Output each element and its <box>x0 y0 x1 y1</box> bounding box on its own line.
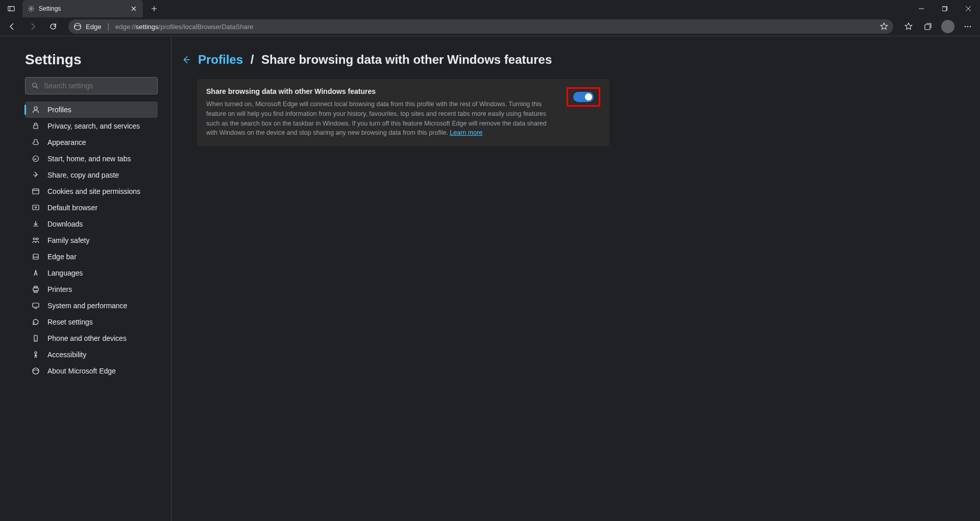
edge-logo-icon <box>74 22 82 31</box>
svg-rect-27 <box>33 303 39 307</box>
sidebar-item-profiles[interactable]: Profiles <box>25 102 158 118</box>
new-tab-button[interactable] <box>146 0 162 17</box>
nav-icon <box>31 285 40 293</box>
sidebar-item-downloads[interactable]: Downloads <box>25 216 158 232</box>
nav-label: Printers <box>47 285 72 293</box>
sidebar-item-phone-and-other-devices[interactable]: Phone and other devices <box>25 330 158 346</box>
nav-icon <box>31 334 40 342</box>
nav-label: Profiles <box>47 106 71 114</box>
nav-label: Privacy, search, and services <box>47 122 140 130</box>
nav-icon <box>31 171 40 179</box>
close-tab-button[interactable] <box>130 5 138 13</box>
nav-label: Family safety <box>47 236 89 244</box>
page-title: Profiles / Share browsing data with othe… <box>198 53 552 67</box>
svg-point-21 <box>36 238 38 240</box>
sidebar-item-accessibility[interactable]: Accessibility <box>25 346 158 363</box>
favorites-button[interactable] <box>899 18 918 35</box>
tab-title: Settings <box>39 5 61 12</box>
svg-point-32 <box>33 368 39 374</box>
nav-icon <box>31 318 40 326</box>
nav-icon <box>31 155 40 163</box>
collections-button[interactable] <box>919 18 937 35</box>
svg-line-12 <box>36 87 38 89</box>
nav-icon <box>31 367 40 375</box>
nav-label: Share, copy and paste <box>47 171 119 179</box>
svg-rect-16 <box>33 189 39 194</box>
breadcrumb: Profiles / Share browsing data with othe… <box>182 53 960 67</box>
sidebar-item-edge-bar[interactable]: Edge bar <box>25 249 158 265</box>
sidebar: Settings ProfilesPrivacy, search, and se… <box>0 36 172 521</box>
share-data-toggle[interactable] <box>573 92 594 102</box>
nav-list: ProfilesPrivacy, search, and servicesApp… <box>25 102 158 379</box>
titlebar: Settings <box>0 0 980 17</box>
sidebar-item-privacy-search-and-services[interactable]: Privacy, search, and services <box>25 118 158 134</box>
toggle-knob <box>585 93 592 101</box>
breadcrumb-current: Share browsing data with other Windows f… <box>261 53 552 66</box>
sidebar-item-system-and-performance[interactable]: System and performance <box>25 297 158 314</box>
nav-icon <box>31 122 40 130</box>
svg-point-19 <box>35 207 37 208</box>
site-identity: Edge <box>86 23 101 31</box>
nav-label: System and performance <box>47 302 127 310</box>
profile-avatar[interactable] <box>941 20 954 33</box>
svg-rect-7 <box>925 24 930 30</box>
sidebar-item-printers[interactable]: Printers <box>25 281 158 297</box>
svg-point-9 <box>967 26 968 27</box>
toggle-highlight <box>567 87 600 107</box>
nav-label: Languages <box>47 269 83 277</box>
address-bar[interactable]: Edge | edge://settings/profiles/localBro… <box>68 19 893 34</box>
nav-label: Edge bar <box>47 253 77 261</box>
breadcrumb-back-button[interactable] <box>182 55 191 64</box>
nav-icon <box>31 220 40 228</box>
nav-label: About Microsoft Edge <box>47 367 116 375</box>
svg-rect-26 <box>34 291 37 292</box>
sidebar-item-reset-settings[interactable]: Reset settings <box>25 314 158 330</box>
maximize-button[interactable] <box>933 0 957 17</box>
sidebar-item-family-safety[interactable]: Family safety <box>25 232 158 249</box>
back-button[interactable] <box>3 18 21 35</box>
sidebar-item-share-copy-and-paste[interactable]: Share, copy and paste <box>25 167 158 183</box>
sidebar-item-default-browser[interactable]: Default browser <box>25 200 158 216</box>
gear-icon <box>28 5 35 12</box>
nav-icon <box>31 236 40 244</box>
content-area: Settings ProfilesPrivacy, search, and se… <box>0 36 980 521</box>
breadcrumb-parent-link[interactable]: Profiles <box>198 53 243 66</box>
nav-label: Appearance <box>47 138 86 146</box>
svg-rect-5 <box>942 7 946 11</box>
url-display: edge://settings/profiles/localBrowserDat… <box>115 23 253 31</box>
nav-label: Phone and other devices <box>47 334 127 342</box>
sidebar-item-appearance[interactable]: Appearance <box>25 134 158 151</box>
nav-icon <box>31 204 40 212</box>
svg-point-20 <box>33 238 35 240</box>
nav-label: Cookies and site permissions <box>47 187 140 195</box>
main-panel: Profiles / Share browsing data with othe… <box>172 36 980 521</box>
card-text: Share browsing data with other Windows f… <box>206 87 556 138</box>
refresh-button[interactable] <box>44 18 62 35</box>
favorites-star-icon[interactable] <box>880 22 888 31</box>
nav-icon <box>31 138 40 146</box>
sidebar-item-about-microsoft-edge[interactable]: About Microsoft Edge <box>25 363 158 379</box>
close-window-button[interactable] <box>957 0 980 17</box>
toolbar: Edge | edge://settings/profiles/localBro… <box>0 17 980 36</box>
svg-point-13 <box>34 107 37 110</box>
search-settings[interactable] <box>25 77 158 94</box>
tab-actions-button[interactable] <box>0 0 22 17</box>
search-input[interactable] <box>44 82 151 90</box>
sidebar-item-start-home-and-new-tabs[interactable]: Start, home, and new tabs <box>25 151 158 167</box>
nav-label: Start, home, and new tabs <box>47 155 131 163</box>
nav-label: Reset settings <box>47 318 93 326</box>
nav-label: Accessibility <box>47 351 86 359</box>
svg-point-2 <box>30 8 32 10</box>
menu-button[interactable] <box>959 18 977 35</box>
learn-more-link[interactable]: Learn more <box>450 129 482 136</box>
minimize-button[interactable] <box>910 0 933 17</box>
card-description: When turned on, Microsoft Edge will conn… <box>206 100 556 138</box>
svg-rect-0 <box>8 7 14 11</box>
browser-tab[interactable]: Settings <box>22 0 143 17</box>
svg-rect-25 <box>34 286 37 288</box>
sidebar-item-languages[interactable]: Languages <box>25 265 158 281</box>
forward-button[interactable] <box>23 18 42 35</box>
sidebar-item-cookies-and-site-permissions[interactable]: Cookies and site permissions <box>25 183 158 200</box>
svg-rect-14 <box>34 125 38 129</box>
svg-point-8 <box>965 26 966 27</box>
